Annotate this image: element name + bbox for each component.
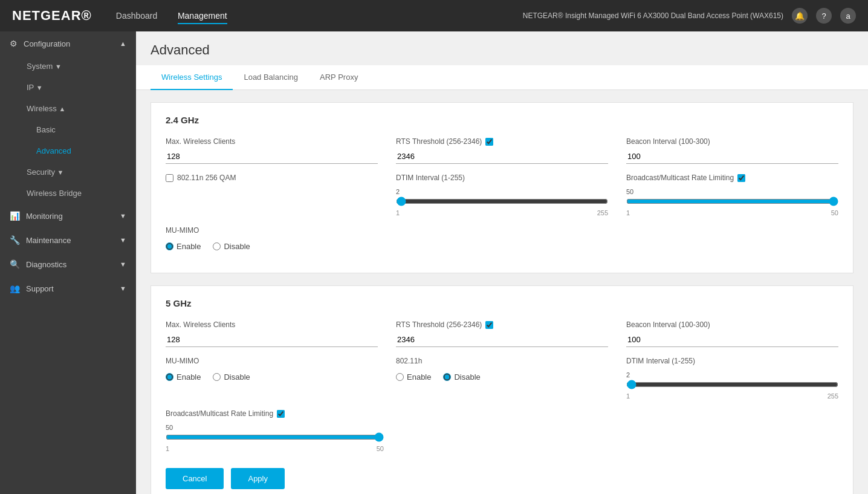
24ghz-rts-input[interactable] [396, 149, 608, 164]
24ghz-mumimo-disable-radio[interactable] [213, 242, 221, 250]
5ghz-max-clients: Max. Wireless Clients [166, 320, 378, 347]
sidebar-item-monitoring[interactable]: 📊 Monitoring ▼ [0, 204, 136, 228]
5ghz-mumimo-enable-radio[interactable] [166, 373, 173, 381]
cancel-button[interactable]: Cancel [166, 468, 224, 489]
top-nav-links: Dashboard Management [116, 11, 245, 21]
5ghz-mumimo: MU-MIMO Enable Disable [166, 357, 378, 400]
5ghz-rts-input[interactable] [396, 333, 608, 347]
24ghz-bcast: Broadcast/Multicast Rate Limiting 50 1 5… [626, 174, 838, 216]
sidebar-item-configuration[interactable]: ⚙ Configuration ▲ [0, 31, 136, 56]
tab-bar: Wireless Settings Load Balancing ARP Pro… [136, 65, 868, 90]
main-content: Advanced Wireless Settings Load Balancin… [136, 31, 868, 494]
24ghz-beacon: Beacon Interval (100-300) [626, 137, 838, 164]
5ghz-dot11h-label: 802.11h [396, 357, 608, 365]
5ghz-dot11h-enable-radio[interactable] [396, 373, 404, 381]
24ghz-dtim-slider-container: 2 1 255 [396, 188, 608, 216]
user-icon[interactable]: a [840, 8, 856, 24]
5ghz-bcast: Broadcast/Multicast Rate Limiting 50 1 5… [166, 409, 384, 452]
sidebar-item-advanced[interactable]: Advanced [0, 140, 136, 161]
5ghz-max-clients-label: Max. Wireless Clients [166, 320, 378, 329]
5ghz-dtim-slider[interactable] [626, 380, 838, 389]
24ghz-bcast-value: 50 [626, 188, 838, 195]
nav-management[interactable]: Management [178, 11, 227, 24]
5ghz-bcast-slider[interactable] [166, 432, 384, 442]
5ghz-dtim-value: 2 [626, 371, 838, 379]
apply-button[interactable]: Apply [231, 468, 285, 489]
sidebar-item-system[interactable]: System ▼ [0, 56, 136, 77]
sidebar-label-ip: IP [27, 83, 34, 92]
chevron-down-icon-diagnostics: ▼ [120, 261, 126, 268]
help-icon[interactable]: ? [816, 8, 832, 24]
maintenance-icon: 🔧 [10, 235, 20, 245]
5ghz-mumimo-disable-radio[interactable] [213, 373, 221, 381]
24ghz-bcast-checkbox[interactable] [737, 174, 745, 182]
sidebar-label-system: System [27, 62, 53, 71]
5ghz-dot11h-enable[interactable]: Enable [396, 372, 431, 382]
device-info-text: NETGEAR® Insight Managed WiFi 6 AX3000 D… [523, 11, 783, 20]
5ghz-rts-label: RTS Threshold (256-2346) [396, 320, 608, 329]
5ghz-mumimo-enable[interactable]: Enable [166, 372, 201, 382]
5ghz-rts-checkbox[interactable] [485, 321, 493, 329]
24ghz-dtim-value: 2 [396, 188, 608, 195]
section-5ghz-title: 5 GHz [166, 298, 838, 308]
tab-load-balancing[interactable]: Load Balancing [233, 65, 309, 90]
sidebar-label-diagnostics: Diagnostics [26, 260, 66, 269]
24ghz-qam-checkbox[interactable] [166, 174, 173, 182]
24ghz-qam-label: 802.11n 256 QAM [177, 174, 236, 182]
5ghz-beacon: Beacon Interval (100-300) [626, 320, 838, 347]
section-5ghz: 5 GHz Max. Wireless Clients RTS Threshol… [151, 285, 853, 494]
24ghz-mumimo-disable[interactable]: Disable [213, 242, 250, 251]
chevron-down-icon: ▼ [55, 63, 62, 70]
nav-dashboard[interactable]: Dashboard [116, 11, 158, 23]
sidebar-item-diagnostics[interactable]: 🔍 Diagnostics ▼ [0, 252, 136, 276]
5ghz-beacon-input[interactable] [626, 333, 838, 347]
bell-icon[interactable]: 🔔 [792, 8, 808, 24]
sidebar: ⚙ Configuration ▲ System ▼ IP ▼ Wireless… [0, 31, 136, 494]
tab-arp-proxy[interactable]: ARP Proxy [309, 65, 369, 90]
24ghz-rts: RTS Threshold (256-2346) [396, 137, 608, 164]
sidebar-label-wireless-bridge: Wireless Bridge [27, 189, 82, 198]
5ghz-mumimo-label: MU-MIMO [166, 357, 378, 365]
5ghz-dot11h-disable[interactable]: Disable [443, 372, 480, 382]
24ghz-mumimo-enable[interactable]: Enable [166, 242, 201, 251]
5ghz-bcast-value: 50 [166, 424, 384, 431]
section-24ghz: 2.4 GHz Max. Wireless Clients RTS Thresh… [151, 102, 853, 273]
24ghz-bcast-slider[interactable] [626, 197, 838, 206]
24ghz-bcast-labels: 1 50 [626, 209, 838, 216]
sidebar-label-wireless: Wireless [27, 104, 57, 113]
sidebar-item-ip[interactable]: IP ▼ [0, 77, 136, 98]
chevron-up-icon: ▲ [120, 40, 126, 47]
24ghz-rts-checkbox[interactable] [485, 138, 493, 146]
logo: NETGEAR® [12, 8, 92, 24]
chevron-down-icon-ip: ▼ [36, 84, 43, 91]
5ghz-mumimo-disable[interactable]: Disable [213, 372, 250, 382]
5ghz-bcast-checkbox[interactable] [277, 410, 285, 418]
sidebar-label-configuration: Configuration [24, 39, 70, 48]
sidebar-item-maintenance[interactable]: 🔧 Maintenance ▼ [0, 228, 136, 252]
5ghz-dtim-slider-container: 2 1 255 [626, 371, 838, 400]
chevron-down-icon-maintenance: ▼ [120, 236, 126, 244]
sidebar-label-monitoring: Monitoring [26, 212, 63, 221]
5ghz-dtim: DTIM Interval (1-255) 2 1 255 [626, 357, 838, 400]
24ghz-max-clients-input[interactable] [166, 149, 378, 164]
24ghz-dtim: DTIM Interval (1-255) 2 1 255 [396, 174, 608, 216]
5ghz-max-clients-input[interactable] [166, 333, 378, 347]
5ghz-bcast-labels: 1 50 [166, 445, 384, 452]
5ghz-dot11h-disable-radio[interactable] [443, 373, 451, 381]
24ghz-beacon-input[interactable] [626, 149, 838, 164]
sidebar-item-support[interactable]: 👥 Support ▼ [0, 276, 136, 301]
24ghz-dtim-slider[interactable] [396, 197, 608, 206]
24ghz-dtim-label: DTIM Interval (1-255) [396, 174, 608, 182]
24ghz-rts-label: RTS Threshold (256-2346) [396, 137, 608, 146]
chevron-down-icon-monitoring: ▼ [120, 212, 126, 219]
sidebar-item-wireless-bridge[interactable]: Wireless Bridge [0, 183, 136, 204]
sidebar-item-wireless[interactable]: Wireless ▲ [0, 98, 136, 119]
chevron-down-icon-support: ▼ [120, 285, 126, 292]
24ghz-beacon-label: Beacon Interval (100-300) [626, 137, 838, 146]
sidebar-item-security[interactable]: Security ▼ [0, 161, 136, 183]
sidebar-item-basic[interactable]: Basic [0, 119, 136, 140]
tab-wireless-settings[interactable]: Wireless Settings [151, 65, 233, 90]
24ghz-mumimo-enable-radio[interactable] [166, 242, 173, 250]
sidebar-label-security: Security [27, 167, 55, 177]
sidebar-label-support: Support [26, 284, 54, 293]
